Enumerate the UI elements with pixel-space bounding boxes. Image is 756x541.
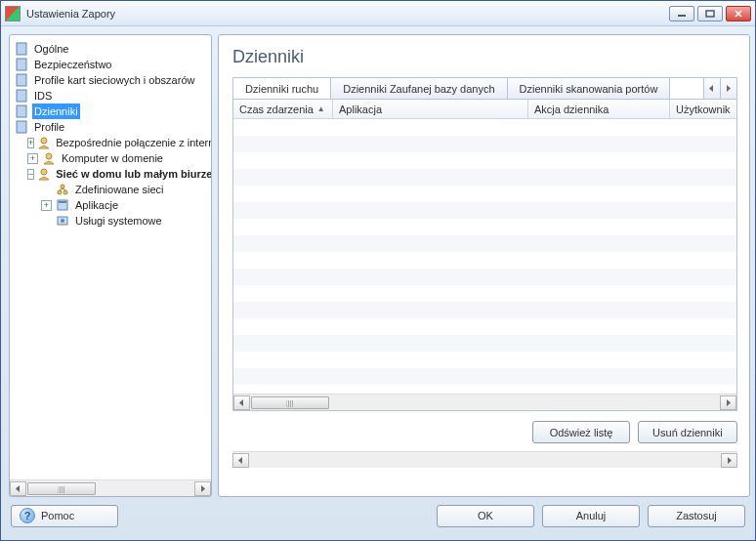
svg-point-13 xyxy=(61,185,64,188)
scroll-track[interactable] xyxy=(249,453,721,468)
content-area: Ogólne Bezpieczeństwo Profile kart sieci… xyxy=(1,26,755,497)
app-icon xyxy=(5,6,21,21)
column-header-user[interactable]: Użytkownik xyxy=(670,100,736,118)
table-body xyxy=(233,119,736,394)
table-row xyxy=(233,119,736,136)
expand-toggle[interactable]: + xyxy=(41,200,52,211)
expand-toggle[interactable]: + xyxy=(27,138,34,148)
column-label: Czas zdarzenia xyxy=(239,104,314,115)
svg-rect-1 xyxy=(706,11,714,17)
maximize-button[interactable] xyxy=(697,6,723,21)
minimize-button[interactable] xyxy=(669,6,694,21)
table-row xyxy=(233,368,736,385)
scroll-left-button[interactable] xyxy=(232,453,249,468)
page-icon xyxy=(14,57,29,72)
tab-trusted-db-logs[interactable]: Dzienniki Zaufanej bazy danych xyxy=(331,78,507,99)
svg-point-12 xyxy=(63,190,67,194)
svg-rect-7 xyxy=(17,121,26,133)
tree-item-profiles[interactable]: Profile xyxy=(14,119,211,135)
tree-label: Dzienniki xyxy=(32,104,80,119)
person-icon xyxy=(37,166,51,182)
button-label: Usuń dzienniki xyxy=(652,427,723,438)
tree-label: Sieć w domu lub małym biurze xyxy=(54,166,211,182)
tab-label: Dzienniki skanowania portów xyxy=(520,83,658,95)
tree-item-home-network[interactable]: − Sieć w domu lub małym biurze xyxy=(14,166,211,182)
tree-label: Profile kart sieciowych i obszarów xyxy=(32,72,196,88)
button-label: Pomoc xyxy=(41,510,74,521)
expand-toggle[interactable]: − xyxy=(27,169,34,180)
column-header-event-time[interactable]: Czas zdarzenia ▲ xyxy=(233,100,333,118)
tab-label: Dzienniki Zaufanej bazy danych xyxy=(343,83,494,95)
tree-item-logs[interactable]: Dzienniki xyxy=(14,104,211,119)
table-header-row: Czas zdarzenia ▲ Aplikacja Akcja dzienni… xyxy=(233,100,736,119)
scroll-right-button[interactable] xyxy=(194,481,211,496)
button-label: Odśwież listę xyxy=(550,427,613,438)
tab-port-scan-logs[interactable]: Dzienniki skanowania portów xyxy=(508,78,671,99)
main-panel: Dzienniki Dzienniki ruchu Dzienniki Zauf… xyxy=(218,34,750,497)
tree-item-security[interactable]: Bezpieczeństwo xyxy=(14,57,211,72)
tree-item-nic-profiles[interactable]: Profile kart sieciowych i obszarów xyxy=(14,72,211,88)
sidebar-horizontal-scrollbar[interactable] xyxy=(10,479,211,496)
scroll-track[interactable] xyxy=(250,395,720,410)
clear-logs-button[interactable]: Usuń dzienniki xyxy=(638,421,737,443)
table-row xyxy=(233,219,736,235)
scroll-right-button[interactable] xyxy=(721,453,737,468)
button-label: Zastosuj xyxy=(676,510,717,521)
close-button[interactable] xyxy=(726,6,751,21)
main-horizontal-scrollbar[interactable] xyxy=(232,451,737,468)
tree-label: Bezpośrednie połączenie z internetem xyxy=(54,135,211,150)
expand-spacer xyxy=(41,216,52,227)
svg-rect-0 xyxy=(678,15,686,17)
svg-point-8 xyxy=(41,138,47,144)
sort-asc-icon: ▲ xyxy=(317,104,325,113)
tab-traffic-logs[interactable]: Dzienniki ruchu xyxy=(233,78,331,99)
expand-toggle[interactable]: + xyxy=(27,153,38,164)
column-label: Aplikacja xyxy=(339,104,382,115)
tree-item-system-services[interactable]: Usługi systemowe xyxy=(14,213,211,229)
tree-label: Profile xyxy=(32,119,66,135)
network-icon xyxy=(55,182,70,197)
table-row xyxy=(233,202,736,219)
table-horizontal-scrollbar[interactable] xyxy=(233,394,736,410)
table-row xyxy=(233,302,736,318)
cancel-button[interactable]: Anuluj xyxy=(542,505,640,527)
svg-rect-6 xyxy=(17,105,26,117)
applications-icon xyxy=(55,197,70,213)
tree-item-direct-connection[interactable]: + Bezpośrednie połączenie z internetem xyxy=(14,135,211,150)
column-header-application[interactable]: Aplikacja xyxy=(333,100,528,118)
scroll-track[interactable] xyxy=(26,481,194,496)
scroll-thumb[interactable] xyxy=(27,482,96,495)
apply-button[interactable]: Zastosuj xyxy=(648,505,745,527)
scroll-left-button[interactable] xyxy=(233,395,250,410)
svg-point-11 xyxy=(58,190,62,194)
table-row xyxy=(233,252,736,269)
window-title: Ustawienia Zapory xyxy=(26,8,669,20)
tree-item-general[interactable]: Ogólne xyxy=(14,41,211,57)
tree-label: Ogólne xyxy=(32,41,70,57)
scroll-left-button[interactable] xyxy=(10,481,26,496)
tree-item-applications[interactable]: + Aplikacje xyxy=(14,197,211,213)
tree-item-domain-computer[interactable]: + Komputer w domenie xyxy=(14,150,211,166)
help-icon: ? xyxy=(20,508,35,523)
page-icon xyxy=(14,88,29,104)
page-icon xyxy=(14,104,29,119)
tree-label: Aplikacje xyxy=(73,197,120,213)
refresh-list-button[interactable]: Odśwież listę xyxy=(532,421,630,443)
table-row xyxy=(233,136,736,152)
table-row xyxy=(233,352,736,368)
person-icon xyxy=(41,150,57,166)
table-row xyxy=(233,335,736,352)
scroll-thumb[interactable] xyxy=(251,396,329,409)
tabs-scroll-left[interactable] xyxy=(704,77,721,99)
help-button[interactable]: ? Pomoc xyxy=(11,505,118,527)
person-icon xyxy=(37,135,51,150)
tree-item-defined-networks[interactable]: Zdefiniowane sieci xyxy=(14,182,211,197)
scroll-right-button[interactable] xyxy=(720,395,736,410)
ok-button[interactable]: OK xyxy=(437,505,534,527)
tabs-scroll-right[interactable] xyxy=(721,77,737,99)
tree-item-ids[interactable]: IDS xyxy=(14,88,211,104)
tree-label: Komputer w domenie xyxy=(60,150,165,166)
svg-point-9 xyxy=(46,153,52,159)
tab-label: Dzienniki ruchu xyxy=(245,83,318,95)
column-header-log-action[interactable]: Akcja dziennika xyxy=(528,100,670,118)
